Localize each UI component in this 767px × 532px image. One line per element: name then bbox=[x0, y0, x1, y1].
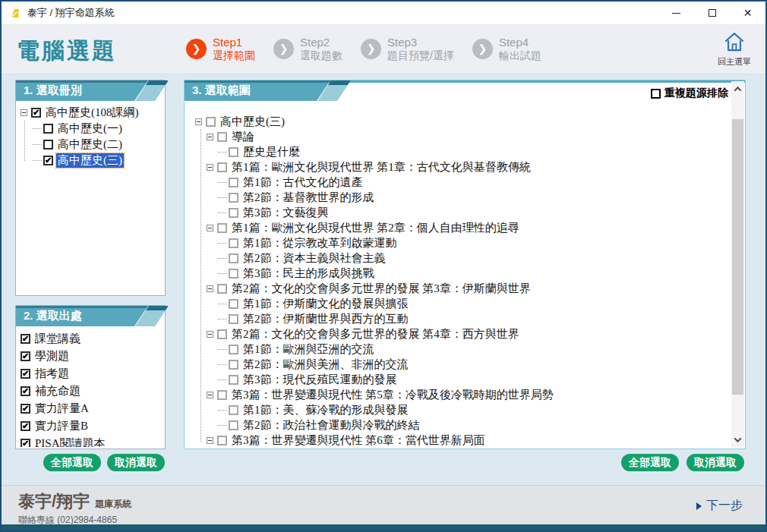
tree-checkbox[interactable] bbox=[229, 375, 238, 385]
tree-item-label[interactable]: 高中歷史(108課綱) bbox=[44, 105, 140, 120]
tree-checkbox[interactable] bbox=[229, 314, 238, 324]
tree-branch-line bbox=[218, 379, 227, 380]
deselect-button[interactable]: 取消選取 bbox=[687, 454, 744, 471]
tree-checkbox[interactable] bbox=[229, 299, 238, 309]
tree-checkbox[interactable] bbox=[217, 284, 227, 294]
tree-expander-icon[interactable] bbox=[21, 109, 27, 116]
tree-item-label[interactable]: 高中歷史(三) bbox=[56, 153, 124, 168]
tree-item-label[interactable]: 歷史是什麼 bbox=[241, 145, 301, 159]
tree-branch-line bbox=[218, 273, 227, 274]
tree-checkbox[interactable]: ✔ bbox=[31, 108, 41, 118]
tree-item-label[interactable]: 高中歷史(一) bbox=[56, 121, 124, 136]
tree-expander-icon[interactable] bbox=[207, 225, 213, 231]
tree-expander-icon[interactable] bbox=[207, 134, 213, 140]
step-label: 輸出試題 bbox=[499, 49, 541, 62]
tree-checkbox[interactable] bbox=[217, 436, 227, 445]
source-checkbox[interactable]: ✔ bbox=[21, 386, 30, 396]
tree-item-label[interactable]: 高中歷史(三) bbox=[219, 115, 286, 129]
tree-checkbox[interactable] bbox=[229, 193, 238, 203]
tree-checkbox[interactable] bbox=[217, 390, 227, 400]
tree-expander-icon[interactable] bbox=[207, 392, 213, 398]
dedup-checkbox[interactable] bbox=[651, 89, 661, 99]
source-option: ✔指考題 bbox=[21, 365, 163, 382]
tree-item-label[interactable]: 第2篇：文化的交會與多元世界的發展 第3章：伊斯蘭與世界 bbox=[230, 282, 532, 296]
scroll-down-icon[interactable] bbox=[731, 433, 744, 446]
minimize-icon[interactable] bbox=[658, 2, 694, 24]
tree-item-label[interactable]: 第2節：基督教世界的形成 bbox=[241, 190, 376, 205]
tree-item-label[interactable]: 第1節：歐洲與亞洲的交流 bbox=[241, 342, 376, 357]
tree-item-label[interactable]: 第1篇：歐洲文化與現代世界 第1章：古代文化與基督教傳統 bbox=[230, 160, 532, 175]
tree-item-label[interactable]: 第1節：伊斯蘭文化的發展與擴張 bbox=[241, 297, 410, 311]
tree-checkbox[interactable] bbox=[217, 132, 227, 142]
tree-checkbox[interactable] bbox=[217, 162, 227, 172]
tree-item-label[interactable]: 第3篇：世界變遷與現代性 第5章：冷戰及後冷戰時期的世界局勢 bbox=[230, 388, 555, 402]
step-item-1[interactable]: ❯Step1選擇範圍 bbox=[186, 36, 255, 61]
deselect-button[interactable]: 取消選取 bbox=[107, 454, 165, 471]
maximize-icon[interactable] bbox=[694, 2, 730, 24]
title-bar: 泰宇 / 翔宇命題系統 ✕ bbox=[2, 2, 765, 24]
tree-expander-icon[interactable] bbox=[207, 285, 213, 292]
tree-row: 第2節：歐洲與美洲、非洲的交流 bbox=[194, 357, 730, 372]
tree-item-label[interactable]: 第2節：伊斯蘭世界與西方的互動 bbox=[241, 312, 410, 326]
tree-item-label[interactable]: 第2篇：文化的交會與多元世界的發展 第4章：西方與世界 bbox=[230, 327, 521, 342]
tree-checkbox[interactable]: ✔ bbox=[43, 156, 53, 165]
tree-item-label[interactable]: 第3節：文藝復興 bbox=[241, 206, 330, 220]
tree-checkbox[interactable] bbox=[229, 238, 238, 248]
scrollbar-thumb[interactable] bbox=[732, 119, 743, 395]
tree-expander-icon[interactable] bbox=[207, 331, 213, 338]
tree-item-label[interactable]: 第1節：從宗教改革到啟蒙運動 bbox=[241, 236, 399, 250]
step-item-3[interactable]: ❯Step3題目預覽/選擇 bbox=[361, 36, 454, 61]
select-all-button[interactable]: 全部選取 bbox=[43, 454, 101, 471]
tree-checkbox[interactable] bbox=[229, 208, 238, 218]
home-button[interactable]: 回主選單 bbox=[712, 31, 756, 68]
source-label: 補充命題 bbox=[33, 384, 82, 398]
tree-item-label[interactable]: 第3節：現代反殖民運動的發展 bbox=[241, 373, 399, 387]
tree-item-label[interactable]: 導論 bbox=[230, 130, 256, 144]
source-checkbox[interactable]: ✔ bbox=[21, 404, 30, 414]
tree-branch-line bbox=[218, 349, 227, 350]
tree-checkbox[interactable] bbox=[229, 405, 238, 415]
close-icon[interactable]: ✕ bbox=[730, 2, 765, 24]
tree-checkbox[interactable] bbox=[229, 345, 238, 354]
tree-checkbox[interactable] bbox=[43, 124, 53, 134]
scrollbar[interactable] bbox=[731, 81, 744, 448]
scroll-up-icon[interactable] bbox=[731, 83, 744, 96]
tree-checkbox[interactable] bbox=[43, 140, 53, 150]
next-step-button[interactable]: 下一步 bbox=[696, 498, 743, 514]
tree-checkbox[interactable] bbox=[229, 253, 238, 263]
source-checkbox[interactable]: ✔ bbox=[21, 334, 30, 344]
tree-expander-icon[interactable] bbox=[195, 118, 202, 125]
tree-branch-line bbox=[218, 212, 227, 213]
app-window: 泰宇 / 翔宇命題系統 ✕ 電腦選題 ❯Step1選擇範圍❯Step2選取題數❯… bbox=[0, 0, 767, 532]
tree-checkbox[interactable] bbox=[217, 329, 227, 339]
tree-item-label[interactable]: 高中歷史(二) bbox=[56, 137, 124, 152]
tree-item-label[interactable]: 第2節：歐洲與美洲、非洲的交流 bbox=[241, 357, 410, 372]
tree-item-label[interactable]: 第1節：美、蘇冷戰的形成與發展 bbox=[241, 403, 410, 417]
source-checkbox[interactable]: ✔ bbox=[21, 421, 30, 431]
source-checkbox[interactable]: ✔ bbox=[21, 351, 30, 361]
tree-expander-icon[interactable] bbox=[207, 164, 213, 171]
tree-row: 第3節：現代反殖民運動的發展 bbox=[194, 372, 730, 387]
tree-item-label[interactable]: 第2節：政治社會運動與冷戰的終結 bbox=[241, 418, 421, 433]
tree-item-label[interactable]: 第3節：民主的形成與挑戰 bbox=[241, 266, 376, 281]
tree-item-label[interactable]: 第3篇：世界變遷與現代性 第6章：當代世界新局面 bbox=[230, 433, 487, 448]
tree-checkbox[interactable] bbox=[229, 420, 238, 430]
tree-checkbox[interactable] bbox=[229, 147, 238, 157]
tree-checkbox[interactable] bbox=[217, 223, 227, 233]
tree-item-label[interactable]: 第1篇：歐洲文化與現代世界 第2章：個人自由理性的追尋 bbox=[230, 221, 521, 235]
tree-branch-line bbox=[218, 319, 227, 320]
step-item-2[interactable]: ❯Step2選取題數 bbox=[273, 36, 342, 61]
tree-checkbox[interactable] bbox=[229, 178, 238, 187]
tree-item-label[interactable]: 第1節：古代文化的遺產 bbox=[241, 175, 365, 190]
step-item-4[interactable]: ❯Step4輸出試題 bbox=[472, 36, 541, 61]
tree-checkbox[interactable] bbox=[206, 117, 216, 127]
step-text: Step4輸出試題 bbox=[499, 36, 541, 61]
tree-item-label[interactable]: 第2節：資本主義與社會主義 bbox=[241, 251, 387, 266]
tree-expander-icon[interactable] bbox=[207, 437, 213, 444]
source-checkbox[interactable]: ✔ bbox=[21, 439, 30, 447]
select-all-button[interactable]: 全部選取 bbox=[621, 454, 679, 471]
tree-guide-line bbox=[200, 129, 201, 442]
tree-checkbox[interactable] bbox=[229, 360, 238, 370]
source-checkbox[interactable]: ✔ bbox=[21, 369, 30, 379]
tree-checkbox[interactable] bbox=[229, 269, 238, 279]
